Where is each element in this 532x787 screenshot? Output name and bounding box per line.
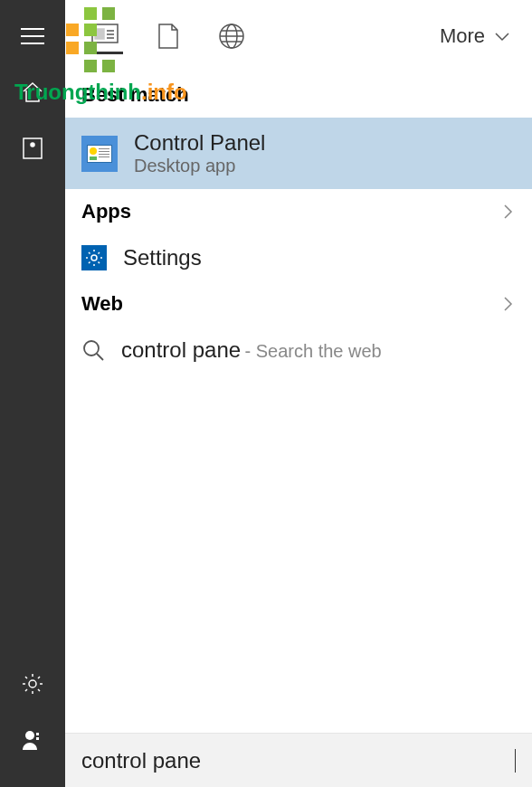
gear-icon[interactable] xyxy=(14,666,51,702)
svg-point-19 xyxy=(91,255,97,261)
svg-point-5 xyxy=(29,680,36,687)
search-panel: More Best match Control Panel Desktop ap… xyxy=(65,0,532,787)
apps-header[interactable]: Apps xyxy=(65,189,532,234)
apps-result-settings[interactable]: Settings xyxy=(65,234,532,281)
filter-apps-icon[interactable] xyxy=(87,18,123,54)
chevron-right-icon xyxy=(499,296,516,312)
filter-more[interactable]: More xyxy=(440,24,510,48)
control-panel-icon xyxy=(81,136,118,172)
web-query-text: control pane xyxy=(121,337,241,362)
web-header-label: Web xyxy=(81,292,123,316)
user-icon[interactable] xyxy=(14,722,51,758)
text-cursor xyxy=(515,749,516,773)
result-title: Control Panel xyxy=(134,130,265,156)
svg-point-4 xyxy=(31,143,34,147)
filter-web-icon[interactable] xyxy=(214,18,250,54)
search-icon xyxy=(81,338,105,362)
result-subtitle: Desktop app xyxy=(134,156,265,176)
best-match-header-label: Best match xyxy=(81,83,189,107)
chevron-right-icon xyxy=(499,204,516,220)
settings-app-icon xyxy=(81,245,107,270)
web-search-result[interactable]: control pane - Search the web xyxy=(65,327,532,374)
start-rail xyxy=(0,0,65,787)
hamburger-icon[interactable] xyxy=(14,18,51,54)
filter-row: More xyxy=(65,0,532,72)
best-match-result[interactable]: Control Panel Desktop app xyxy=(65,118,532,189)
home-icon[interactable] xyxy=(14,74,51,110)
svg-rect-8 xyxy=(36,737,39,740)
timeline-icon[interactable] xyxy=(14,130,51,166)
svg-rect-7 xyxy=(36,733,39,735)
search-box[interactable]: control pane xyxy=(65,733,532,787)
apps-result-label: Settings xyxy=(123,245,202,270)
search-input[interactable]: control pane xyxy=(81,748,514,773)
web-header[interactable]: Web xyxy=(65,281,532,327)
svg-line-21 xyxy=(97,354,103,360)
chevron-down-icon xyxy=(494,28,510,44)
web-suffix-text: - Search the web xyxy=(245,341,382,361)
svg-point-20 xyxy=(84,341,99,356)
filter-documents-icon[interactable] xyxy=(150,18,186,54)
svg-point-6 xyxy=(25,731,34,740)
best-match-header: Best match xyxy=(65,72,532,118)
svg-rect-3 xyxy=(24,138,42,158)
svg-rect-10 xyxy=(95,29,104,39)
apps-header-label: Apps xyxy=(81,200,131,223)
filter-more-label: More xyxy=(440,24,485,48)
